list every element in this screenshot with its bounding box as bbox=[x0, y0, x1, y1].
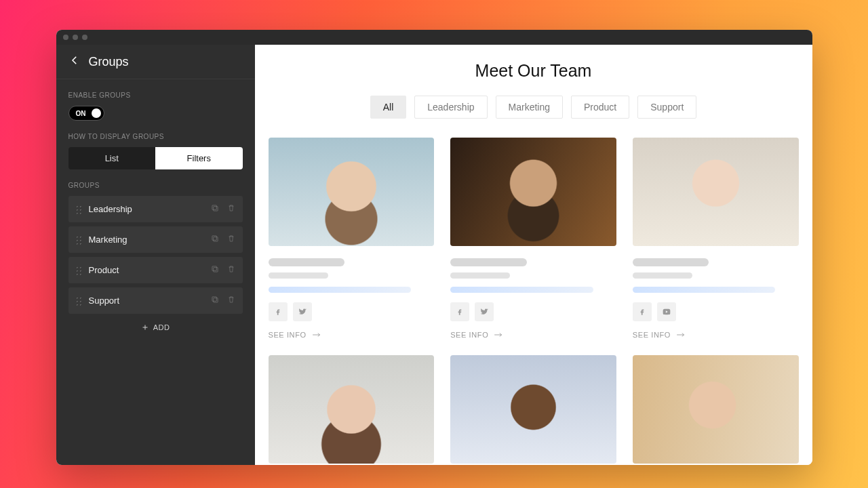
svg-rect-1 bbox=[212, 205, 216, 209]
back-arrow-icon[interactable] bbox=[68, 54, 81, 69]
segment-list[interactable]: List bbox=[68, 147, 156, 169]
app-window: Groups ENABLE GROUPS ON HOW TO DISPLAY G… bbox=[56, 30, 812, 465]
bio-placeholder bbox=[269, 287, 411, 293]
add-label: ADD bbox=[153, 323, 170, 331]
member-photo bbox=[269, 355, 435, 464]
drag-handle-icon[interactable] bbox=[75, 296, 82, 306]
duplicate-icon[interactable] bbox=[210, 295, 220, 306]
team-card bbox=[269, 355, 435, 464]
name-placeholder bbox=[450, 258, 527, 266]
youtube-icon[interactable] bbox=[657, 302, 676, 321]
groups-section: GROUPS Leadership Marketing bbox=[56, 169, 255, 341]
filter-bar: All Leadership Marketing Product Support bbox=[269, 96, 799, 119]
drag-handle-icon[interactable] bbox=[75, 266, 82, 275]
twitter-icon[interactable] bbox=[475, 302, 494, 321]
filter-support[interactable]: Support bbox=[637, 96, 696, 119]
display-mode-section: HOW TO DISPLAY GROUPS List Filters bbox=[56, 121, 255, 169]
role-placeholder bbox=[269, 272, 328, 279]
member-photo bbox=[450, 355, 616, 464]
window-titlebar bbox=[56, 30, 812, 45]
group-item-support[interactable]: Support bbox=[68, 287, 243, 314]
see-info-link[interactable]: SEE INFO bbox=[269, 331, 435, 339]
duplicate-icon[interactable] bbox=[210, 264, 220, 276]
svg-rect-2 bbox=[213, 237, 217, 241]
enable-groups-section: ENABLE GROUPS ON bbox=[56, 79, 255, 121]
add-group-button[interactable]: ADD bbox=[68, 314, 243, 341]
group-item-marketing[interactable]: Marketing bbox=[68, 226, 243, 253]
bio-placeholder bbox=[450, 287, 593, 293]
svg-rect-4 bbox=[213, 268, 217, 272]
delete-icon[interactable] bbox=[226, 264, 236, 276]
filter-marketing[interactable]: Marketing bbox=[496, 96, 563, 119]
duplicate-icon[interactable] bbox=[210, 203, 220, 215]
sidebar-header: Groups bbox=[56, 45, 255, 79]
svg-rect-5 bbox=[212, 266, 216, 270]
traffic-dot[interactable] bbox=[63, 35, 68, 40]
twitter-icon[interactable] bbox=[293, 302, 312, 321]
team-card: SEE INFO bbox=[269, 138, 435, 339]
delete-icon[interactable] bbox=[226, 234, 236, 245]
segment-filters[interactable]: Filters bbox=[155, 147, 243, 169]
svg-rect-6 bbox=[213, 298, 217, 302]
team-card: SEE INFO bbox=[633, 138, 799, 339]
drag-handle-icon[interactable] bbox=[75, 235, 82, 245]
bio-placeholder bbox=[633, 287, 775, 293]
team-card bbox=[633, 355, 799, 464]
duplicate-icon[interactable] bbox=[210, 234, 220, 245]
traffic-dot[interactable] bbox=[73, 35, 78, 40]
enable-groups-label: ENABLE GROUPS bbox=[68, 92, 243, 99]
facebook-icon[interactable] bbox=[269, 302, 288, 321]
sidebar: Groups ENABLE GROUPS ON HOW TO DISPLAY G… bbox=[56, 45, 255, 465]
svg-rect-7 bbox=[212, 297, 216, 301]
name-placeholder bbox=[633, 258, 709, 266]
preview-pane: Meet Our Team All Leadership Marketing P… bbox=[255, 45, 812, 465]
window-body: Groups ENABLE GROUPS ON HOW TO DISPLAY G… bbox=[56, 45, 812, 465]
filter-all[interactable]: All bbox=[370, 96, 407, 119]
group-item-label: Support bbox=[89, 296, 210, 306]
group-list: Leadership Marketing bbox=[68, 196, 243, 314]
svg-rect-0 bbox=[213, 207, 217, 211]
name-placeholder bbox=[269, 258, 345, 266]
team-card bbox=[450, 355, 616, 464]
see-info-link[interactable]: SEE INFO bbox=[633, 331, 799, 339]
toggle-knob bbox=[92, 108, 101, 118]
sidebar-title: Groups bbox=[89, 55, 129, 69]
backdrop: Groups ENABLE GROUPS ON HOW TO DISPLAY G… bbox=[0, 0, 868, 488]
filter-leadership[interactable]: Leadership bbox=[414, 96, 487, 119]
delete-icon[interactable] bbox=[226, 295, 236, 306]
traffic-dot[interactable] bbox=[82, 35, 87, 40]
see-info-link[interactable]: SEE INFO bbox=[450, 331, 616, 339]
member-photo bbox=[633, 355, 799, 464]
drag-handle-icon[interactable] bbox=[75, 205, 82, 214]
facebook-icon[interactable] bbox=[633, 302, 652, 321]
facebook-icon[interactable] bbox=[450, 302, 469, 321]
role-placeholder bbox=[633, 272, 692, 279]
display-mode-segmented: List Filters bbox=[68, 147, 243, 169]
role-placeholder bbox=[450, 272, 510, 279]
member-photo bbox=[450, 138, 616, 246]
member-photo bbox=[269, 138, 435, 246]
svg-rect-3 bbox=[212, 236, 216, 240]
team-card: SEE INFO bbox=[450, 138, 616, 339]
delete-icon[interactable] bbox=[226, 203, 236, 215]
group-item-label: Marketing bbox=[89, 235, 210, 245]
group-item-product[interactable]: Product bbox=[68, 257, 243, 283]
group-item-leadership[interactable]: Leadership bbox=[68, 196, 243, 222]
toggle-state-label: ON bbox=[76, 110, 86, 117]
display-mode-label: HOW TO DISPLAY GROUPS bbox=[68, 133, 243, 140]
filter-product[interactable]: Product bbox=[571, 96, 629, 119]
group-item-label: Product bbox=[89, 265, 210, 275]
enable-groups-toggle[interactable]: ON bbox=[68, 106, 104, 121]
group-item-label: Leadership bbox=[89, 204, 210, 214]
page-title: Meet Our Team bbox=[269, 61, 799, 81]
groups-heading: GROUPS bbox=[68, 182, 243, 189]
team-grid: SEE INFO bbox=[269, 138, 799, 464]
member-photo bbox=[633, 138, 799, 246]
